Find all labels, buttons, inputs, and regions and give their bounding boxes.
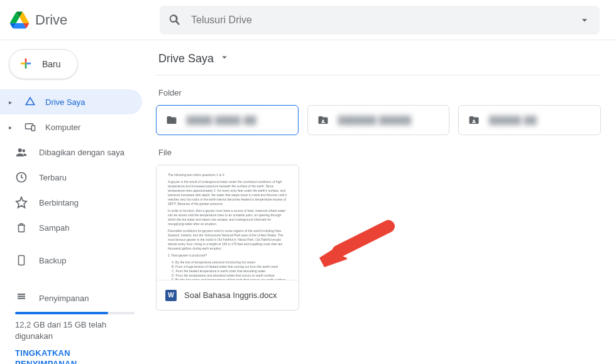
star-icon [15,196,28,209]
svg-point-9 [322,119,324,121]
folder-name-redacted: ████ ████ ██ [187,116,256,125]
clock-icon [15,171,28,184]
search-bar[interactable] [160,6,600,35]
breadcrumb-title[interactable]: Drive Saya [156,49,601,75]
new-button-label: Baru [42,59,61,69]
folder-item[interactable]: ██████ █████ [307,105,450,135]
folder-item[interactable]: █████ ██ [458,105,601,135]
dropdown-icon [219,52,230,66]
nav-backup[interactable]: Backup [0,248,142,273]
shared-folder-icon [317,114,329,126]
folder-name-redacted: █████ ██ [489,116,537,125]
nav-label: Berbintang [39,198,79,207]
folder-item[interactable]: ████ ████ ██ [156,105,299,135]
expand-icon: ▸ [9,124,15,131]
nav-recent[interactable]: Terbaru [0,165,142,190]
nav-starred[interactable]: Berbintang [0,190,142,215]
shared-folder-icon [468,114,480,126]
section-folders-label: Folder [158,88,601,97]
word-doc-icon: W [165,290,177,301]
nav-label: Komputer [45,123,80,132]
svg-rect-7 [18,295,25,297]
product-name: Drive [35,12,67,28]
folder-name-redacted: ██████ █████ [338,116,412,125]
nav-trash[interactable]: Sampah [0,215,142,240]
expand-icon: ▸ [9,99,15,106]
nav-shared[interactable]: Dibagikan dengan saya [0,140,142,165]
main-content: Drive Saya Folder ████ ████ ██ ██████ ██… [150,40,616,364]
folder-icon [165,114,178,126]
storage-text: 12,2 GB dari 15 GB telah digunakan [15,319,135,342]
new-button[interactable]: Baru [9,49,78,79]
drive-icon [24,96,36,108]
svg-point-3 [23,150,26,153]
nav-computers[interactable]: ▸ Komputer [0,114,142,140]
svg-point-2 [18,148,22,152]
svg-rect-1 [31,126,35,131]
upgrade-storage-link[interactable]: TINGKATKAN PENYIMPANAN [15,348,135,364]
svg-rect-8 [18,297,25,299]
search-icon [168,13,182,27]
file-thumbnail: The following text refers questions 1 to… [157,165,299,280]
nav-storage[interactable]: Penyimpanan [15,285,135,311]
app-logo-block[interactable]: Drive [10,11,160,29]
nav-label: Sampah [39,223,69,233]
svg-rect-6 [18,294,25,295]
devices-icon [24,121,36,133]
sidebar: Baru ▸ Drive Saya ▸ Komputer Dibagikan d… [0,40,150,364]
nav-label: Drive Saya [45,97,85,107]
page-title: Drive Saya [158,52,214,65]
shared-icon [15,146,28,158]
file-name: Soal Bahasa Inggris.docx [184,290,277,300]
backup-icon [15,253,28,267]
storage-label: Penyimpanan [39,294,89,303]
svg-point-10 [473,119,475,121]
plus-icon [18,56,33,73]
nav-label: Backup [39,256,66,265]
dropdown-icon[interactable] [578,14,591,26]
nav-my-drive[interactable]: ▸ Drive Saya [0,89,142,114]
nav-label: Terbaru [39,173,67,182]
section-files-label: File [158,148,601,157]
storage-icon [15,292,28,304]
search-input[interactable] [191,14,578,26]
storage-bar [15,312,135,314]
trash-icon [15,221,28,234]
nav-label: Dibagikan dengan saya [39,148,124,157]
drive-logo-icon [10,11,29,29]
file-item[interactable]: The following text refers questions 1 to… [156,165,299,311]
